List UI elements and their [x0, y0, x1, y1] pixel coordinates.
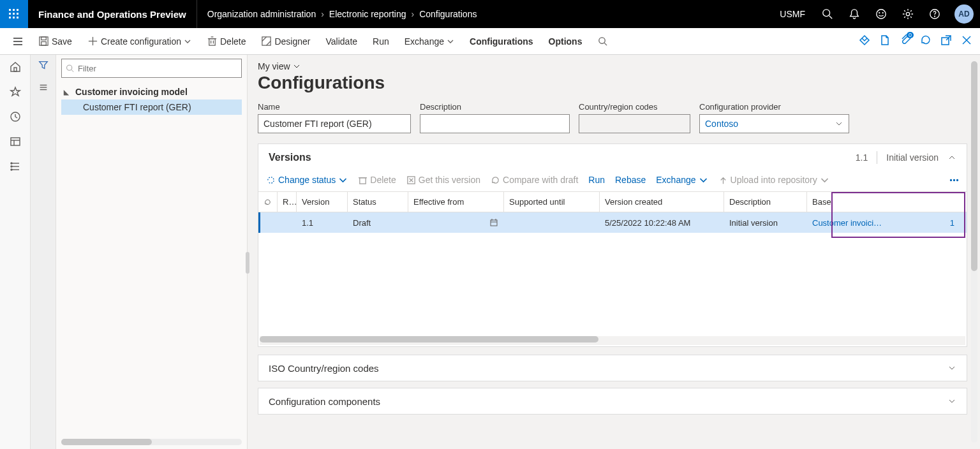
svg-point-49: [11, 163, 12, 164]
attachments-icon[interactable]: 0: [900, 34, 911, 48]
bell-icon[interactable]: [841, 0, 868, 28]
cell-effective-from[interactable]: [408, 212, 504, 233]
svg-rect-41: [14, 68, 17, 71]
upload-label: Upload into repository: [731, 175, 817, 185]
delete-button[interactable]: Delete: [199, 28, 253, 54]
gear-icon[interactable]: [895, 0, 921, 28]
svg-rect-6: [9, 17, 11, 18]
provider-select[interactable]: Contoso: [699, 114, 849, 133]
name-input[interactable]: Customer FTI report (GER): [258, 114, 411, 133]
cell-r: [278, 212, 297, 233]
col-effective-from[interactable]: Effective from: [408, 192, 504, 212]
change-status-button[interactable]: Change status: [266, 175, 348, 185]
search-in-page-icon[interactable]: [590, 28, 616, 54]
tree-node-child[interactable]: Customer FTI report (GER): [61, 99, 242, 115]
name-label: Name: [258, 102, 411, 112]
cell-version-created: 5/25/2022 10:22:48 AM: [600, 212, 724, 233]
svg-point-60: [950, 179, 951, 180]
home-icon[interactable]: [10, 61, 21, 75]
collapse-icon[interactable]: ◣: [64, 89, 71, 96]
app-launcher-icon[interactable]: [0, 0, 28, 28]
refresh-icon[interactable]: [920, 34, 932, 48]
col-supported-until[interactable]: Supported until: [504, 192, 600, 212]
tree-root-label: Customer invoicing model: [75, 87, 188, 97]
breadcrumb-item-1[interactable]: Organization administration: [207, 9, 316, 19]
configurations-label: Configurations: [470, 36, 533, 47]
versions-toolbar: Change status Delete Get this version Co…: [258, 171, 967, 191]
svg-line-56: [71, 70, 73, 71]
run-button[interactable]: Run: [365, 28, 397, 54]
filter-strip: [31, 55, 56, 449]
tree-scrollbar[interactable]: [61, 439, 242, 445]
rebase-button[interactable]: Rebase: [615, 175, 646, 185]
iso-country-card[interactable]: ISO Country/region codes: [258, 355, 967, 381]
breadcrumb-item-2[interactable]: Electronic reporting: [329, 9, 406, 19]
smiley-icon[interactable]: [868, 0, 895, 28]
versions-header[interactable]: Versions 1.1 Initial version: [258, 144, 967, 171]
col-r[interactable]: R…: [278, 192, 297, 212]
configurations-button[interactable]: Configurations: [462, 28, 541, 54]
environment-label[interactable]: USMF: [771, 9, 814, 19]
col-description[interactable]: Description: [724, 192, 807, 212]
configuration-components-label: Configuration components: [269, 396, 380, 407]
search-icon[interactable]: [814, 0, 841, 28]
options-button[interactable]: Options: [541, 28, 590, 54]
description-input[interactable]: [420, 114, 570, 133]
table-row[interactable]: 1.1 Draft 5/25/2022 10:22:48 AM Initial …: [258, 212, 967, 233]
main-pane: My view Configurations Name Customer FTI…: [248, 55, 980, 449]
attachments-badge: 0: [907, 32, 914, 38]
diamond-icon[interactable]: [859, 34, 870, 48]
tree-filter-field[interactable]: [78, 64, 237, 73]
exchange-button[interactable]: Exchange: [397, 28, 462, 54]
clock-icon[interactable]: [10, 111, 21, 124]
help-icon[interactable]: [921, 0, 948, 28]
cell-base[interactable]: Customer invoici… 1: [807, 212, 967, 233]
col-status[interactable]: Status: [348, 192, 408, 212]
versions-exchange-button[interactable]: Exchange: [656, 175, 708, 185]
more-actions-button[interactable]: [949, 175, 959, 185]
create-configuration-button[interactable]: Create configuration: [80, 28, 199, 54]
breadcrumb-item-3[interactable]: Configurations: [419, 9, 477, 19]
svg-rect-63: [491, 220, 497, 226]
work-area: ◣ Customer invoicing model Customer FTI …: [0, 55, 980, 449]
save-button[interactable]: Save: [31, 28, 80, 54]
top-bar: Finance and Operations Preview Organizat…: [0, 0, 980, 28]
svg-rect-5: [17, 13, 19, 15]
left-nav-rail: [0, 55, 31, 449]
hamburger-icon[interactable]: [5, 36, 31, 47]
close-icon[interactable]: [961, 34, 972, 48]
tree-filter-input[interactable]: [61, 59, 242, 78]
validate-button[interactable]: Validate: [318, 28, 366, 54]
modules-icon[interactable]: [10, 161, 21, 174]
grid-refresh-icon[interactable]: [258, 192, 278, 212]
svg-rect-3: [9, 13, 11, 15]
configuration-components-card[interactable]: Configuration components: [258, 388, 967, 415]
svg-rect-22: [41, 41, 47, 45]
main-scrollbar[interactable]: [971, 61, 977, 443]
funnel-icon[interactable]: [38, 60, 48, 72]
command-bar-right: 0: [859, 34, 980, 48]
compare-label: Compare with draft: [503, 175, 578, 185]
chevron-down-icon: [947, 364, 956, 372]
run-label: Run: [373, 36, 389, 47]
svg-point-33: [599, 38, 605, 43]
grid-scrollbar[interactable]: [260, 336, 965, 345]
view-selector[interactable]: My view: [258, 61, 967, 71]
topbar-right: USMF AD: [771, 0, 980, 28]
svg-point-50: [11, 166, 12, 167]
col-version-created[interactable]: Version created: [600, 192, 724, 212]
designer-button[interactable]: Designer: [253, 28, 318, 54]
col-version[interactable]: Version: [297, 192, 348, 212]
versions-run-button[interactable]: Run: [588, 175, 605, 185]
versions-grid: R… Version Status Effective from Support…: [258, 191, 967, 345]
tree-node-root[interactable]: ◣ Customer invoicing model: [61, 84, 242, 99]
star-icon[interactable]: [10, 86, 21, 99]
workspace-icon[interactable]: [10, 136, 21, 149]
col-base[interactable]: Base: [807, 192, 967, 212]
chevron-down-icon: [447, 38, 454, 45]
office-icon[interactable]: [879, 34, 891, 48]
chevron-up-icon[interactable]: [947, 153, 956, 162]
avatar[interactable]: AD: [954, 4, 974, 24]
popout-icon[interactable]: [940, 34, 952, 48]
list-lines-icon[interactable]: [38, 82, 48, 94]
